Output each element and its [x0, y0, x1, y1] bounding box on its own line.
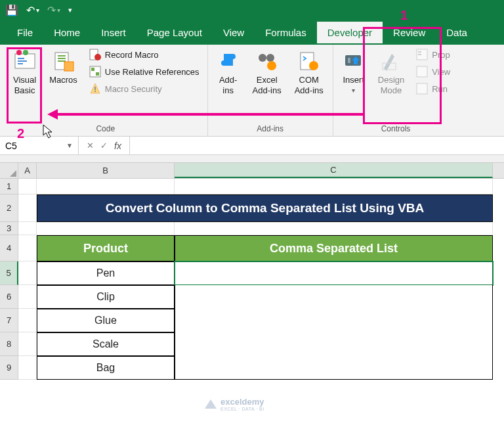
row-header-7[interactable]: 7 [0, 309, 18, 332]
svg-point-19 [266, 54, 274, 62]
macros-button[interactable]: Macros [45, 47, 81, 88]
svg-rect-8 [58, 58, 66, 59]
cell-B3[interactable] [37, 222, 175, 235]
record-macro-button[interactable]: Record Macro [87, 47, 202, 62]
save-icon[interactable]: 💾 [5, 4, 18, 16]
header-product[interactable]: Product [37, 235, 175, 261]
design-mode-label: Design Mode [378, 75, 404, 96]
qat-customize[interactable]: ▾ [68, 6, 72, 14]
row-header-4[interactable]: 4 [0, 235, 18, 261]
select-all-corner[interactable] [0, 163, 18, 178]
cell-A2[interactable] [18, 194, 37, 222]
enter-formula-icon: ✓ [100, 141, 108, 150]
record-macro-icon [89, 49, 101, 60]
cell-A1[interactable] [18, 179, 37, 194]
svg-rect-3 [18, 63, 23, 64]
annotation-1: 1 [400, 8, 408, 23]
record-macro-label: Record Macro [105, 50, 159, 60]
row-header-3[interactable]: 3 [0, 222, 18, 235]
annotation-2: 2 [17, 126, 24, 141]
header-csvlist[interactable]: Comma Separated List [175, 235, 493, 261]
chevron-down-icon[interactable]: ▼ [66, 142, 73, 149]
cell-A4[interactable] [18, 235, 37, 261]
cell-C5[interactable] [175, 261, 493, 285]
name-box-value: C5 [5, 141, 17, 151]
design-mode-icon [380, 50, 402, 72]
cell-B1[interactable] [37, 179, 175, 194]
cell-C9[interactable] [175, 356, 493, 380]
cell-A6[interactable] [18, 285, 37, 309]
svg-point-4 [16, 50, 22, 55]
com-addins-label: COM Add-ins [295, 75, 324, 96]
cell-B6[interactable]: Clip [37, 285, 175, 309]
addins-button[interactable]: Add- ins [213, 47, 243, 99]
row-header-5[interactable]: 5 [0, 261, 18, 285]
cell-C7[interactable] [175, 309, 493, 332]
col-header-A[interactable]: A [18, 163, 37, 178]
row-header-8[interactable]: 8 [0, 332, 18, 356]
svg-rect-27 [418, 51, 421, 53]
col-header-B[interactable]: B [37, 163, 175, 178]
name-box[interactable]: C5 ▼ [0, 137, 79, 154]
excel-addins-label: Excel Add-ins [253, 75, 282, 96]
cell-B8[interactable]: Scale [37, 332, 175, 356]
relative-refs-button[interactable]: Use Relative References [87, 64, 202, 79]
formula-bar-input[interactable] [129, 137, 504, 154]
watermark: exceldemy EXCEL · DATA · BI [205, 397, 264, 411]
cell-C3[interactable] [175, 222, 493, 235]
tab-formulas[interactable]: Formulas [255, 22, 317, 43]
tab-view[interactable]: View [213, 22, 255, 43]
design-mode-button[interactable]: Design Mode [374, 47, 408, 99]
svg-rect-10 [64, 62, 74, 71]
cell-B9[interactable]: Bag [37, 356, 175, 380]
tab-review[interactable]: Review [383, 22, 436, 43]
tab-file[interactable]: File [7, 22, 43, 43]
fx-icon[interactable]: fx [114, 141, 121, 151]
cell-A7[interactable] [18, 309, 37, 332]
row-header-2[interactable]: 2 [0, 194, 18, 222]
properties-button[interactable]: Prop [413, 47, 453, 62]
ribbon-group-code: Visual Basic Macros Record Macro Use Rel… [0, 45, 208, 136]
cell-A3[interactable] [18, 222, 37, 235]
cell-A9[interactable] [18, 356, 37, 380]
group-label-controls: Controls [381, 123, 411, 135]
properties-label: Prop [432, 50, 450, 60]
redo-icon: ↷ [47, 4, 56, 16]
tab-home[interactable]: Home [43, 22, 91, 43]
insert-control-button[interactable]: Insert ▾ [339, 47, 369, 99]
cell-C8[interactable] [175, 332, 493, 356]
com-addins-button[interactable]: COM Add-ins [291, 47, 327, 99]
insert-control-icon [343, 50, 365, 72]
visual-basic-icon [14, 50, 36, 72]
quick-access-toolbar: 💾 ↶▾ ↷▾ ▾ [0, 0, 504, 20]
tab-data[interactable]: Data [436, 22, 478, 43]
row-header-9[interactable]: 9 [0, 356, 18, 380]
cell-A8[interactable] [18, 332, 37, 356]
row-header-6[interactable]: 6 [0, 285, 18, 309]
relative-refs-icon [89, 66, 101, 78]
svg-point-12 [94, 54, 101, 60]
row-header-1[interactable]: 1 [0, 179, 18, 194]
cell-C6[interactable] [175, 285, 493, 309]
col-header-C[interactable]: C [175, 163, 493, 178]
cell-B5[interactable]: Pen [37, 261, 175, 285]
excel-addins-icon [256, 50, 278, 72]
macro-security-button[interactable]: Macro Security [87, 81, 202, 96]
tab-developer[interactable]: Developer [317, 22, 383, 43]
view-code-button[interactable]: View [413, 64, 453, 79]
run-dialog-button[interactable]: Run [413, 81, 453, 96]
tab-insert[interactable]: Insert [91, 22, 136, 43]
undo-icon: ↶ [26, 4, 35, 16]
excel-addins-button[interactable]: Excel Add-ins [249, 47, 285, 99]
visual-basic-button[interactable]: Visual Basic [9, 47, 40, 99]
svg-point-22 [309, 61, 318, 70]
cell-A5[interactable] [18, 261, 37, 285]
annotation-arrow-head [47, 109, 58, 120]
undo-button[interactable]: ↶▾ [26, 4, 39, 16]
cell-B7[interactable]: Glue [37, 309, 175, 332]
cell-C1[interactable] [175, 179, 493, 194]
svg-rect-14 [91, 68, 94, 71]
tab-pagelayout[interactable]: Page Layout [136, 22, 213, 43]
com-addins-icon [298, 50, 320, 72]
sheet-title[interactable]: Convert Column to Comma Separated List U… [37, 194, 493, 222]
